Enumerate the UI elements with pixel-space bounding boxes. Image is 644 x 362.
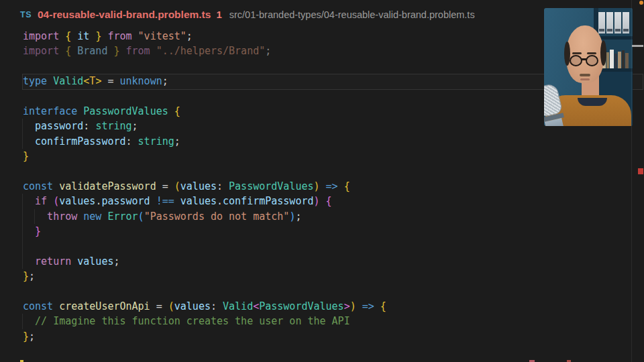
code-token: const xyxy=(23,180,59,192)
code-token: { xyxy=(344,180,350,192)
code-token: ( xyxy=(168,300,174,312)
code-token: interface xyxy=(23,105,83,117)
storage-box xyxy=(598,12,605,34)
code-token: new xyxy=(83,210,107,223)
code-line[interactable]: throw new Error("Passwords do not match"… xyxy=(23,209,386,224)
presenter-collar xyxy=(578,98,607,106)
code-token: ) xyxy=(314,195,320,207)
indent-guide xyxy=(22,119,23,133)
code-line[interactable]: } xyxy=(23,149,386,164)
code-line[interactable] xyxy=(23,344,386,359)
code-line[interactable]: } xyxy=(23,224,386,239)
code-token: } xyxy=(23,150,29,162)
indent-guide xyxy=(22,224,23,239)
recording-indicator-dot xyxy=(639,1,643,5)
presenter-eyebrow xyxy=(587,52,596,54)
scrollbar-rail[interactable] xyxy=(631,0,632,362)
code-token: ; xyxy=(162,75,168,87)
code-token: Error xyxy=(107,210,138,223)
code-token: { xyxy=(174,105,180,117)
indent-guide xyxy=(22,134,23,149)
code-token: values xyxy=(59,195,95,207)
code-line[interactable]: return values; xyxy=(23,254,386,269)
storage-box xyxy=(614,12,621,34)
code-token: ; xyxy=(186,30,193,42)
code-token: values xyxy=(180,195,217,207)
code-line[interactable]: }; xyxy=(23,269,386,284)
code-token: return xyxy=(23,255,77,267)
code-token: => xyxy=(362,300,374,312)
code-token: : xyxy=(83,120,95,132)
breadcrumb-path[interactable]: src/01-branded-types/04-reusable-valid-b… xyxy=(229,9,475,20)
code-token: ) xyxy=(314,180,320,192)
code-line[interactable] xyxy=(23,59,386,74)
code-token xyxy=(338,180,344,192)
code-line[interactable]: }; xyxy=(23,329,386,344)
overview-ruler-cursor-marker[interactable] xyxy=(632,45,643,47)
code-line[interactable] xyxy=(23,164,386,179)
code-token: ; xyxy=(113,255,119,267)
code-token: = xyxy=(150,300,168,312)
code-line[interactable]: const createUserOnApi = (values: Valid<P… xyxy=(23,299,386,314)
code-token: PasswordValues xyxy=(229,180,313,192)
code-token: ; xyxy=(29,270,35,282)
indent-guide xyxy=(22,209,23,224)
code-area[interactable]: import { it } from "vitest";import { Bra… xyxy=(23,29,386,359)
code-line[interactable]: confirmPassword: string; xyxy=(23,134,386,149)
tab-filename[interactable]: 04-reusable-valid-brand.problem.ts xyxy=(38,9,211,21)
code-token: ; xyxy=(132,120,138,132)
code-token: import xyxy=(23,30,65,42)
code-token: password xyxy=(101,195,150,207)
code-token: from xyxy=(101,30,138,42)
code-token: ( xyxy=(53,195,59,207)
code-line[interactable] xyxy=(23,284,386,299)
code-token: { xyxy=(65,45,71,57)
code-token: { xyxy=(65,30,71,42)
code-line[interactable]: import { it } from "vitest"; xyxy=(23,29,386,44)
webcam-overlay[interactable] xyxy=(544,8,633,126)
code-line[interactable]: const validatePassword = (values: Passwo… xyxy=(23,179,386,194)
code-token: ; xyxy=(174,135,180,147)
code-token: ; xyxy=(29,330,35,343)
code-token: "../helpers/Brand" xyxy=(156,45,266,57)
code-token: Valid xyxy=(223,300,253,312)
code-token: { xyxy=(326,195,332,207)
code-token: Brand xyxy=(71,45,113,57)
code-token: < xyxy=(83,75,89,87)
code-line[interactable]: password: string; xyxy=(23,119,386,133)
code-token xyxy=(374,300,380,312)
code-token: "Passwords do not match" xyxy=(144,210,290,223)
code-token: throw xyxy=(23,210,83,223)
code-token: => xyxy=(326,180,338,192)
code-line[interactable] xyxy=(23,89,386,104)
code-token: "vitest" xyxy=(138,30,186,42)
code-token: PasswordValues xyxy=(259,300,343,312)
code-token xyxy=(320,180,326,192)
code-line[interactable] xyxy=(23,239,386,253)
code-token: values xyxy=(174,300,211,312)
code-token: PasswordValues xyxy=(83,105,174,117)
code-token: > xyxy=(344,300,350,312)
code-token: ) xyxy=(350,300,356,312)
code-line[interactable]: interface PasswordValues { xyxy=(23,104,386,119)
code-token xyxy=(356,300,362,312)
code-token: values xyxy=(77,255,113,267)
code-token: createUserOnApi xyxy=(59,300,150,312)
code-line[interactable]: type Valid<T> = unknown; xyxy=(23,74,386,88)
presenter-mustache xyxy=(580,74,590,76)
code-token: } xyxy=(113,45,119,57)
code-line[interactable]: import { Brand } from "../helpers/Brand"… xyxy=(23,44,386,58)
overview-ruler-error-marker[interactable] xyxy=(638,168,643,174)
storage-box xyxy=(623,12,629,34)
code-token: : xyxy=(126,135,138,147)
code-token: confirmPassword xyxy=(223,195,313,207)
code-token xyxy=(320,195,326,207)
code-token: !== xyxy=(150,195,180,207)
presenter-mouth xyxy=(580,78,590,80)
code-token: values xyxy=(180,180,217,192)
presenter-glasses xyxy=(568,55,602,68)
code-token: from xyxy=(120,45,156,57)
code-line[interactable]: // Imagine this function creates the use… xyxy=(23,314,386,328)
indent-guide xyxy=(22,254,23,269)
code-line[interactable]: if (values.password !== values.confirmPa… xyxy=(23,194,386,208)
